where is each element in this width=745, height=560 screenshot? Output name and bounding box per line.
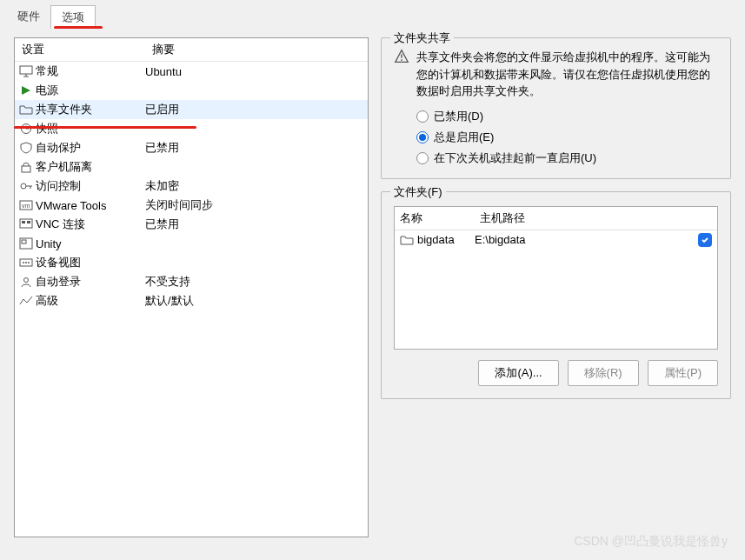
item-summary: 默认/默认	[145, 293, 364, 309]
item-label: 常规	[36, 63, 145, 79]
login-icon	[18, 275, 34, 289]
properties-button[interactable]: 属性(P)	[648, 360, 718, 386]
item-summary: 已禁用	[145, 217, 364, 232]
add-button[interactable]: 添加(A)...	[478, 360, 558, 386]
folders-table: 名称 主机路径 bigdata E:\bigdata	[394, 206, 718, 350]
list-item[interactable]: 共享文件夹 已启用	[15, 100, 368, 119]
vm-icon: vm	[18, 198, 34, 212]
radio-label: 已禁用(D)	[434, 109, 483, 124]
folder-checkbox[interactable]	[693, 233, 717, 247]
svg-point-21	[24, 278, 29, 283]
svg-rect-16	[22, 240, 26, 243]
item-label: VMware Tools	[36, 199, 145, 212]
col-header-summary: 摘要	[145, 38, 368, 61]
list-item[interactable]: 电源	[15, 81, 368, 100]
radio-icon	[416, 131, 429, 143]
list-item[interactable]: VNC 连接 已禁用	[15, 215, 368, 234]
lock-icon	[18, 160, 34, 174]
warning-text: 共享文件夹会将您的文件显示给虚拟机中的程序。这可能为您的计算机和数据带来风险。请…	[416, 49, 718, 100]
list-item[interactable]: vm VMware Tools 关闭时间同步	[15, 196, 368, 215]
svg-point-7	[21, 183, 26, 189]
item-label: Unity	[36, 237, 145, 250]
folders-group: 文件夹(F) 名称 主机路径 bigdata E:\bigdata 添加(A).…	[381, 191, 731, 399]
tab-hardware[interactable]: 硬件	[7, 5, 50, 29]
item-summary: 未加密	[145, 178, 364, 194]
item-summary: Ubuntu	[145, 65, 364, 78]
item-label: 设备视图	[36, 255, 145, 270]
monitor-icon	[18, 64, 34, 78]
list-item[interactable]: 常规 Ubuntu	[15, 62, 368, 81]
list-item[interactable]: 自动登录 不受支持	[15, 272, 368, 291]
folder-path: E:\bigdata	[475, 233, 693, 246]
annotation-underline	[14, 126, 196, 129]
item-label: 访问控制	[36, 178, 145, 194]
settings-list: 设置 摘要 常规 Ubuntu 电源 共享文件夹 已启用 快照 自动保护 已禁用…	[14, 37, 369, 537]
item-label: 客户机隔离	[36, 159, 145, 175]
item-label: 高级	[36, 293, 145, 309]
item-summary: 已禁用	[145, 140, 364, 156]
list-item[interactable]: Unity	[15, 234, 368, 253]
list-item[interactable]: 自动保护 已禁用	[15, 138, 368, 157]
svg-point-20	[28, 262, 30, 263]
remove-button[interactable]: 移除(R)	[568, 360, 639, 386]
item-summary: 不受支持	[145, 274, 364, 290]
vnc-icon	[18, 217, 34, 231]
radio-until-poweroff[interactable]: 在下次关机或挂起前一直启用(U)	[416, 150, 718, 166]
item-label: 电源	[36, 83, 145, 98]
svg-rect-13	[22, 221, 25, 223]
svg-point-23	[401, 59, 402, 61]
svg-rect-6	[22, 166, 30, 172]
item-label: 自动保护	[36, 140, 145, 156]
list-item[interactable]: 客户机隔离	[15, 157, 368, 177]
group-title: 文件夹共享	[390, 30, 454, 46]
svg-point-18	[23, 262, 24, 263]
radio-label: 在下次关机或挂起前一直启用(U)	[434, 150, 596, 166]
radio-label: 总是启用(E)	[434, 130, 494, 145]
folder-name: bigdata	[417, 233, 475, 246]
item-label: VNC 连接	[36, 217, 145, 232]
list-item[interactable]: 设备视图	[15, 253, 368, 272]
list-item[interactable]: 高级 默认/默认	[15, 291, 368, 310]
play-icon	[18, 83, 34, 97]
radio-icon	[416, 110, 429, 123]
key-icon	[18, 179, 34, 193]
warning-icon	[394, 49, 409, 64]
folder-icon	[400, 234, 414, 246]
unity-icon	[18, 237, 34, 250]
advanced-icon	[18, 294, 34, 308]
radio-disabled[interactable]: 已禁用(D)	[416, 109, 718, 124]
col-header-path: 主机路径	[475, 207, 689, 230]
clock-icon	[18, 122, 34, 136]
watermark: CSDN @凹凸曼说我是怪兽y	[574, 534, 728, 550]
list-item[interactable]: 快照	[15, 119, 368, 138]
shield-icon	[18, 141, 34, 155]
svg-rect-0	[20, 66, 32, 74]
svg-text:vm: vm	[22, 203, 30, 209]
item-summary: 已启用	[145, 102, 364, 117]
folder-sharing-group: 文件夹共享 共享文件夹会将您的文件显示给虚拟机中的程序。这可能为您的计算机和数据…	[381, 37, 731, 179]
radio-icon	[416, 152, 429, 164]
svg-point-19	[25, 262, 27, 263]
item-label: 共享文件夹	[36, 102, 145, 117]
item-label: 快照	[36, 121, 145, 137]
device-icon	[18, 256, 34, 270]
folder-icon	[18, 103, 34, 117]
annotation-underline	[54, 26, 103, 29]
table-row[interactable]: bigdata E:\bigdata	[395, 230, 717, 250]
group-title: 文件夹(F)	[390, 184, 446, 200]
item-label: 自动登录	[36, 274, 145, 290]
svg-rect-14	[27, 221, 30, 223]
tab-options[interactable]: 选项	[50, 5, 96, 29]
item-summary: 关闭时间同步	[145, 197, 364, 213]
list-item[interactable]: 访问控制 未加密	[15, 177, 368, 196]
radio-always-enabled[interactable]: 总是启用(E)	[416, 130, 718, 145]
col-header-name: 名称	[395, 207, 475, 230]
col-header-settings: 设置	[15, 38, 145, 61]
